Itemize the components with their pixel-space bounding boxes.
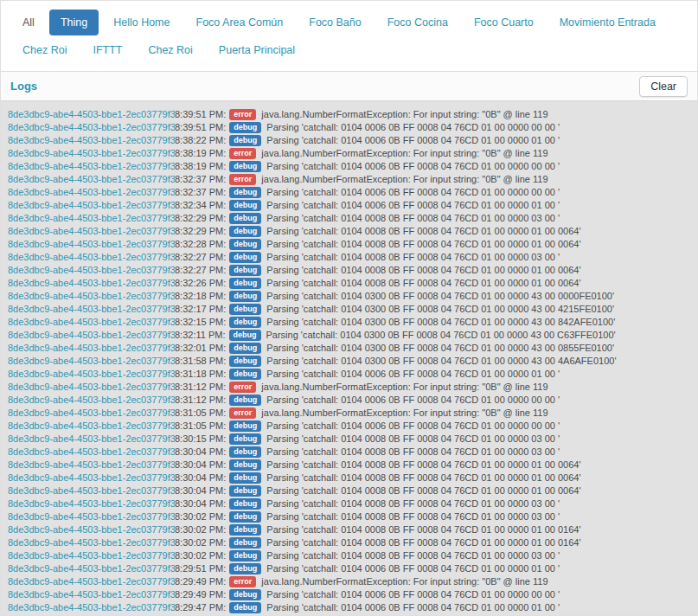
clear-button[interactable]: Clear [639, 76, 688, 97]
log-row: 8de3dbc9-abe4-4503-bbe1-2ec03779f3d8 8:3… [8, 160, 697, 173]
log-timestamp: 8:31:12 PM: [175, 394, 226, 407]
log-device-link[interactable]: 8de3dbc9-abe4-4503-bbe1-2ec03779f3d8 [8, 497, 175, 510]
log-message: Parsing 'catchall: 0104 0008 0B FF 0008 … [266, 459, 697, 472]
tab-thing[interactable]: Thing [49, 10, 99, 35]
log-row: 8de3dbc9-abe4-4503-bbe1-2ec03779f3d8 8:3… [8, 329, 697, 342]
tab-foco-bano[interactable]: Foco Baño [298, 10, 372, 35]
log-timestamp: 8:32:28 PM: [175, 238, 226, 251]
log-message: Parsing 'catchall: 0104 0008 0B FF 0008 … [266, 497, 697, 510]
log-device-link[interactable]: 8de3dbc9-abe4-4503-bbe1-2ec03779f3d8 [8, 108, 175, 121]
log-device-link[interactable]: 8de3dbc9-abe4-4503-bbe1-2ec03779f3d8 [8, 562, 175, 575]
log-device-link[interactable]: 8de3dbc9-abe4-4503-bbe1-2ec03779f3d8 [8, 238, 175, 251]
log-message: Parsing 'catchall: 0104 0008 0B FF 0008 … [266, 472, 697, 484]
log-device-link[interactable]: 8de3dbc9-abe4-4503-bbe1-2ec03779f3d8 [8, 601, 175, 614]
log-message: Parsing 'catchall: 0104 0300 0B FF 0008 … [266, 303, 697, 316]
log-message: Parsing 'catchall: 0104 0300 0B FF 0008 … [266, 342, 697, 355]
log-device-link[interactable]: 8de3dbc9-abe4-4503-bbe1-2ec03779f3d8 [8, 212, 175, 225]
log-level-badge: debug [229, 356, 261, 367]
log-device-link[interactable]: 8de3dbc9-abe4-4503-bbe1-2ec03779f3d8 [8, 407, 175, 420]
log-message: Parsing 'catchall: 0104 0008 0B FF 0008 … [266, 264, 697, 277]
log-device-link[interactable]: 8de3dbc9-abe4-4503-bbe1-2ec03779f3d8 [8, 394, 175, 407]
tab-foco-cuarto[interactable]: Foco Cuarto [463, 10, 545, 35]
log-row: 8de3dbc9-abe4-4503-bbe1-2ec03779f3d8 8:3… [8, 121, 697, 134]
log-device-link[interactable]: 8de3dbc9-abe4-4503-bbe1-2ec03779f3d8 [8, 277, 175, 290]
log-device-link[interactable]: 8de3dbc9-abe4-4503-bbe1-2ec03779f3d8 [8, 160, 175, 173]
tab-ifttt[interactable]: IFTTT [81, 37, 133, 63]
tab-foco-cocina[interactable]: Foco Cocina [376, 10, 459, 35]
log-level-badge: debug [229, 563, 261, 574]
log-device-link[interactable]: 8de3dbc9-abe4-4503-bbe1-2ec03779f3d8 [8, 381, 175, 394]
log-level-badge: debug [229, 433, 261, 445]
log-timestamp: 8:29:49 PM: [175, 575, 226, 588]
log-row: 8de3dbc9-abe4-4503-bbe1-2ec03779f3d8 8:3… [8, 472, 697, 484]
log-device-link[interactable]: 8de3dbc9-abe4-4503-bbe1-2ec03779f3d8 [8, 355, 175, 368]
log-device-link[interactable]: 8de3dbc9-abe4-4503-bbe1-2ec03779f3d8 [8, 147, 175, 160]
log-device-link[interactable]: 8de3dbc9-abe4-4503-bbe1-2ec03779f3d8 [8, 549, 175, 562]
log-timestamp: 8:32:26 PM: [175, 277, 226, 290]
log-device-link[interactable]: 8de3dbc9-abe4-4503-bbe1-2ec03779f3d8 [8, 225, 175, 238]
log-device-link[interactable]: 8de3dbc9-abe4-4503-bbe1-2ec03779f3d8 [8, 588, 175, 601]
log-row: 8de3dbc9-abe4-4503-bbe1-2ec03779f3d8 8:3… [8, 108, 697, 121]
log-message: Parsing 'catchall: 0104 0008 0B FF 0008 … [266, 251, 697, 264]
log-device-link[interactable]: 8de3dbc9-abe4-4503-bbe1-2ec03779f3d8 [8, 459, 175, 472]
log-level-badge: debug [229, 278, 261, 289]
log-device-link[interactable]: 8de3dbc9-abe4-4503-bbe1-2ec03779f3d8 [8, 368, 175, 381]
log-level-badge: debug [229, 589, 261, 600]
tab-puerta-principal[interactable]: Puerta Principal [208, 37, 306, 63]
log-message: Parsing 'catchall: 0104 0008 0B FF 0008 … [266, 238, 697, 251]
log-message: java.lang.NumberFormatException: For inp… [261, 407, 697, 420]
log-message: Parsing 'catchall: 0104 0006 0B FF 0008 … [266, 394, 697, 407]
log-timestamp: 8:31:18 PM: [175, 368, 226, 381]
log-level-badge: debug [229, 135, 261, 146]
log-device-link[interactable]: 8de3dbc9-abe4-4503-bbe1-2ec03779f3d8 [8, 420, 175, 433]
log-level-badge: debug [229, 395, 261, 406]
log-timestamp: 8:31:12 PM: [175, 381, 226, 394]
log-level-badge: debug [229, 226, 261, 237]
log-timestamp: 8:32:37 PM: [175, 173, 226, 186]
log-row: 8de3dbc9-abe4-4503-bbe1-2ec03779f3d8 8:3… [8, 251, 697, 264]
log-level-badge: debug [229, 524, 261, 536]
log-device-link[interactable]: 8de3dbc9-abe4-4503-bbe1-2ec03779f3d8 [8, 264, 175, 277]
log-level-badge: debug [229, 265, 261, 276]
log-device-link[interactable]: 8de3dbc9-abe4-4503-bbe1-2ec03779f3d8 [8, 316, 175, 329]
log-row: 8de3dbc9-abe4-4503-bbe1-2ec03779f3d8 8:3… [8, 510, 697, 523]
log-device-link[interactable]: 8de3dbc9-abe4-4503-bbe1-2ec03779f3d8 [8, 199, 175, 212]
log-device-link[interactable]: 8de3dbc9-abe4-4503-bbe1-2ec03779f3d8 [8, 472, 175, 484]
tab-chez-roi[interactable]: Chez Roi [11, 37, 78, 63]
log-device-link[interactable]: 8de3dbc9-abe4-4503-bbe1-2ec03779f3d8 [8, 303, 175, 316]
log-device-link[interactable]: 8de3dbc9-abe4-4503-bbe1-2ec03779f3d8 [8, 134, 175, 147]
tab-chez-roi-2[interactable]: Chez Roi [137, 37, 203, 63]
log-level-badge: debug [229, 498, 261, 510]
log-device-link[interactable]: 8de3dbc9-abe4-4503-bbe1-2ec03779f3d8 [8, 251, 175, 264]
log-device-link[interactable]: 8de3dbc9-abe4-4503-bbe1-2ec03779f3d8 [8, 523, 175, 536]
tab-foco-area-comun[interactable]: Foco Area Común [185, 10, 295, 35]
log-message: java.lang.NumberFormatException: For inp… [261, 381, 697, 394]
log-device-link[interactable]: 8de3dbc9-abe4-4503-bbe1-2ec03779f3d8 [8, 329, 175, 342]
log-device-link[interactable]: 8de3dbc9-abe4-4503-bbe1-2ec03779f3d8 [8, 446, 175, 459]
log-timestamp: 8:30:04 PM: [175, 446, 226, 459]
log-message: java.lang.NumberFormatException: For inp… [261, 108, 697, 121]
log-device-link[interactable]: 8de3dbc9-abe4-4503-bbe1-2ec03779f3d8 [8, 510, 175, 523]
log-timestamp: 8:31:58 PM: [175, 355, 226, 368]
log-device-link[interactable]: 8de3dbc9-abe4-4503-bbe1-2ec03779f3d8 [8, 342, 175, 355]
log-device-link[interactable]: 8de3dbc9-abe4-4503-bbe1-2ec03779f3d8 [8, 173, 175, 186]
log-message: Parsing 'catchall: 0104 0008 0B FF 0008 … [266, 510, 697, 523]
log-timestamp: 8:32:29 PM: [175, 212, 226, 225]
log-device-link[interactable]: 8de3dbc9-abe4-4503-bbe1-2ec03779f3d8 [8, 536, 175, 549]
log-row: 8de3dbc9-abe4-4503-bbe1-2ec03779f3d8 8:3… [8, 484, 697, 497]
log-list[interactable]: 8de3dbc9-abe4-4503-bbe1-2ec03779f3d8 8:3… [1, 101, 697, 616]
log-device-link[interactable]: 8de3dbc9-abe4-4503-bbe1-2ec03779f3d8 [8, 575, 175, 588]
log-device-link[interactable]: 8de3dbc9-abe4-4503-bbe1-2ec03779f3d8 [8, 121, 175, 134]
log-device-link[interactable]: 8de3dbc9-abe4-4503-bbe1-2ec03779f3d8 [8, 433, 175, 446]
log-row: 8de3dbc9-abe4-4503-bbe1-2ec03779f3d8 8:3… [8, 459, 697, 472]
tab-movimiento-entrada[interactable]: Movimiento Entrada [548, 10, 667, 35]
log-row: 8de3dbc9-abe4-4503-bbe1-2ec03779f3d8 8:3… [8, 264, 697, 277]
log-timestamp: 8:32:29 PM: [175, 225, 226, 238]
log-device-link[interactable]: 8de3dbc9-abe4-4503-bbe1-2ec03779f3d8 [8, 484, 175, 497]
log-level-badge: debug [229, 330, 261, 341]
tab-all[interactable]: All [11, 10, 46, 35]
log-device-link[interactable]: 8de3dbc9-abe4-4503-bbe1-2ec03779f3d8 [8, 186, 175, 199]
log-device-link[interactable]: 8de3dbc9-abe4-4503-bbe1-2ec03779f3d8 [8, 290, 175, 303]
tab-hello-home[interactable]: Hello Home [102, 10, 181, 35]
log-row: 8de3dbc9-abe4-4503-bbe1-2ec03779f3d8 8:2… [8, 601, 697, 614]
